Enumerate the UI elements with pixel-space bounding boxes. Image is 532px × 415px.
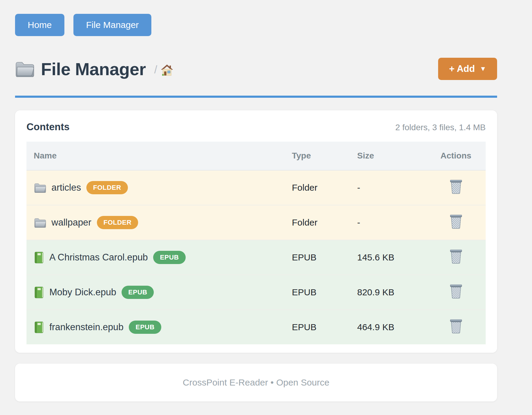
table-row[interactable]: articles FOLDER Folder - (26, 170, 486, 205)
file-name[interactable]: frankenstein.epub (49, 322, 123, 333)
column-header-name: Name (26, 142, 292, 170)
file-type-cell: Folder (292, 170, 357, 205)
contents-summary: 2 folders, 3 files, 1.4 MB (395, 123, 486, 132)
delete-button[interactable] (450, 214, 462, 229)
table-row[interactable]: wallpaper FOLDER Folder - (26, 205, 486, 240)
page: Home File Manager File Manager / + Add ▼ (15, 0, 497, 401)
file-name[interactable]: A Christmas Carol.epub (49, 252, 148, 263)
file-size-cell: 145.6 KB (357, 240, 426, 275)
trash-icon (450, 249, 462, 264)
file-type-cell: Folder (292, 205, 357, 240)
trash-icon (450, 284, 462, 299)
trash-icon (450, 319, 462, 334)
delete-button[interactable] (450, 319, 462, 334)
table-row[interactable]: frankenstein.epub EPUB EPUB 464.9 KB (26, 310, 486, 344)
book-icon (34, 252, 44, 263)
divider (15, 96, 497, 98)
caret-down-icon: ▼ (480, 66, 486, 72)
book-icon (34, 321, 44, 333)
trash-icon (450, 214, 462, 229)
book-icon (34, 287, 44, 298)
file-size-cell: 464.9 KB (357, 310, 426, 344)
home-icon[interactable] (161, 64, 173, 76)
folder-icon (34, 218, 46, 228)
file-type-cell: EPUB (292, 240, 357, 275)
footer-text: CrossPoint E-Reader • Open Source (183, 377, 329, 387)
page-title: File Manager (41, 59, 146, 79)
column-header-actions: Actions (426, 142, 486, 170)
file-type-badge: FOLDER (97, 216, 138, 229)
file-type-badge: EPUB (122, 286, 154, 299)
file-size-cell: - (357, 170, 426, 205)
file-type-cell: EPUB (292, 275, 357, 310)
folder-icon (34, 183, 46, 193)
file-type-badge: EPUB (153, 251, 185, 264)
table-row[interactable]: A Christmas Carol.epub EPUB EPUB 145.6 K… (26, 240, 486, 275)
trash-icon (450, 179, 462, 194)
add-button-label: + Add (449, 63, 475, 74)
file-name[interactable]: Moby Dick.epub (49, 287, 116, 298)
card-head: Contents 2 folders, 3 files, 1.4 MB (26, 121, 486, 133)
file-name[interactable]: wallpaper (51, 217, 91, 228)
nav-home-button[interactable]: Home (15, 14, 64, 36)
table-row[interactable]: Moby Dick.epub EPUB EPUB 820.9 KB (26, 275, 486, 310)
file-type-badge: EPUB (129, 321, 161, 334)
file-type-badge: FOLDER (86, 181, 128, 194)
column-header-type: Type (292, 142, 357, 170)
footer: CrossPoint E-Reader • Open Source (15, 364, 497, 401)
table-header-row: Name Type Size Actions (26, 142, 486, 170)
contents-heading: Contents (26, 121, 70, 133)
file-name[interactable]: articles (51, 182, 81, 193)
folder-icon (15, 61, 34, 77)
delete-button[interactable] (450, 249, 462, 264)
add-button[interactable]: + Add ▼ (438, 58, 497, 80)
files-table: Name Type Size Actions articles FOLDER F… (26, 142, 486, 344)
contents-card: Contents 2 folders, 3 files, 1.4 MB Name… (15, 110, 497, 353)
file-type-cell: EPUB (292, 310, 357, 344)
delete-button[interactable] (450, 284, 462, 299)
page-header: File Manager / + Add ▼ (15, 58, 497, 80)
delete-button[interactable] (450, 179, 462, 194)
table-body: articles FOLDER Folder - (26, 170, 486, 344)
file-size-cell: 820.9 KB (357, 275, 426, 310)
file-size-cell: - (357, 205, 426, 240)
breadcrumb-nav: Home File Manager (15, 14, 497, 36)
column-header-size: Size (357, 142, 426, 170)
title-wrap: File Manager / (15, 59, 173, 79)
breadcrumb-separator: / (154, 63, 157, 76)
nav-file-manager-button[interactable]: File Manager (73, 14, 151, 36)
